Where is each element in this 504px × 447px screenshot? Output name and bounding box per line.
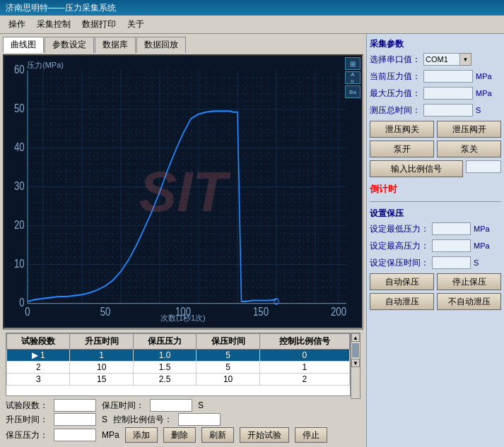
cell-segment: 2 [7,362,70,374]
total-time-unit: S [476,106,481,114]
chart-ba-icon[interactable]: Ba [345,85,361,98]
tab-playback[interactable]: 数据回放 [136,37,186,53]
control-ratio-input[interactable] [178,413,221,426]
auto-hold-button[interactable]: 自动保压 [370,273,434,290]
total-time-label: 测压总时间： [370,105,421,117]
ratio-btn-row: 输入比例信号 [370,160,501,177]
max-press-unit: MPa [476,89,492,97]
table-row[interactable]: ▶ 1 1 1.0 5 0 [7,350,350,362]
delete-button[interactable]: 删除 [163,427,196,443]
current-press-row: 当前压力值： MPa [370,70,501,83]
svg-text:0: 0 [19,295,24,309]
max-press-unit-2: MPa [474,242,490,250]
rise-press-label: 升压时间： [6,414,48,426]
tab-database[interactable]: 数据库 [95,37,136,53]
hold-time-unit-2: S [474,258,479,267]
auto-release-button[interactable]: 自动泄压 [370,293,434,310]
stop-hold-button[interactable]: 停止保压 [437,273,501,290]
menu-item-collection[interactable]: 采集控制 [31,17,76,32]
menu-item-about[interactable]: 关于 [122,17,150,32]
col-header-control-ratio: 控制比例信号 [259,334,349,350]
col-header-segment: 试验段数 [7,334,70,350]
rise-press-input[interactable] [54,413,96,426]
svg-text:50: 50 [100,305,111,318]
tab-bar: 曲线图 参数设定 数据库 数据回放 [3,37,363,53]
tab-params[interactable]: 参数设定 [45,37,94,53]
current-press-input[interactable] [423,70,473,83]
cell-arrow: ▶ 1 [7,350,70,362]
vertical-scrollbar[interactable]: ▲ ▼ [351,333,361,399]
cell-hold-time: 5 [197,350,259,362]
chart-svg: 0 10 20 30 40 50 60 0 50 100 150 200 [4,56,362,328]
max-press-input[interactable] [423,87,473,100]
current-press-unit: MPa [476,72,492,81]
cell-rise-time: 1 [70,350,133,362]
hold-time-input-2[interactable] [432,256,471,269]
refresh-button[interactable]: 刷新 [201,427,234,443]
ratio-value-input[interactable] [466,160,501,173]
hold-time-unit: S [198,400,204,410]
min-press-row: 设定最低压力： MPa [370,222,501,235]
chart-auto-icon[interactable]: Au [345,71,361,84]
min-press-label: 设定最低压力： [370,223,429,235]
port-row: 选择串口值： ▼ [370,53,501,66]
trial-segment-label: 试验段数： [6,400,48,412]
control-ratio-label: 控制比例信号： [113,414,172,426]
svg-text:20: 20 [14,217,25,231]
hold-press-input[interactable] [54,429,96,441]
pump-btn-row: 泵开 泵关 [370,141,501,157]
svg-text:30: 30 [14,179,25,192]
chart-icon-panel: ⊞ Au Ba [345,57,361,98]
min-press-input[interactable] [432,222,471,235]
form-row-3: 保压压力： MPa 添加 删除 刷新 开始试验 停止 [6,427,361,443]
svg-text:0: 0 [25,305,30,318]
tab-curve[interactable]: 曲线图 [3,37,44,53]
close-valve-button[interactable]: 泄压阀关 [370,121,434,138]
scroll-up-button[interactable]: ▲ [351,333,360,342]
svg-text:200: 200 [331,305,346,318]
auto-hold-btn-row: 自动保压 停止保压 [370,273,501,290]
hold-press-label: 保压压力： [6,429,48,441]
scroll-thumb[interactable] [352,343,359,357]
svg-text:10: 10 [14,256,25,270]
x-axis-title: 次数(1秒1次) [160,313,206,323]
port-dropdown-arrow[interactable]: ▼ [460,53,471,66]
cell-control: 0 [259,350,349,362]
open-valve-button[interactable]: 泄压阀开 [437,121,501,138]
menu-bar: 操作 采集控制 数据打印 关于 [0,16,504,34]
countdown-label: 倒计时 [370,183,501,196]
trial-segment-input[interactable] [54,399,96,412]
chart-grid-icon[interactable]: ⊞ [345,57,361,70]
start-test-button[interactable]: 开始试验 [240,427,289,443]
port-combo[interactable]: ▼ [423,53,471,66]
menu-item-operations[interactable]: 操作 [3,17,31,32]
left-panel: 曲线图 参数设定 数据库 数据回放 SIT 压力(MPa) [0,34,366,447]
data-table-wrapper[interactable]: 试验段数 升压时间 保压压力 保压时间 控制比例信号 ▶ 1 1 [6,333,351,396]
input-ratio-button[interactable]: 输入比例信号 [370,160,463,177]
cell-segment: 3 [7,374,70,386]
table-row[interactable]: 3 15 2.5 10 2 [7,374,350,386]
right-panel: 采集参数 选择串口值： ▼ 当前压力值： MPa 最大压力值： MPa 测压总时… [366,34,504,447]
pump-on-button[interactable]: 泵开 [370,141,434,157]
no-auto-release-button[interactable]: 不自动泄压 [437,293,501,310]
chart-container: SIT 压力(MPa) [3,54,363,329]
title-text: 济南思明特——压力采集系统 [6,2,116,14]
scroll-down-button[interactable]: ▼ [351,359,360,367]
collect-params-title: 采集参数 [370,38,501,50]
menu-item-print[interactable]: 数据打印 [76,17,122,32]
valve-btn-row: 泄压阀关 泄压阀开 [370,121,501,138]
hold-time-input[interactable] [150,399,192,412]
hold-time-label-2: 设定保压时间： [370,257,429,269]
data-table: 试验段数 升压时间 保压压力 保压时间 控制比例信号 ▶ 1 1 [6,333,350,386]
current-press-label: 当前压力值： [370,71,421,83]
table-row[interactable]: 2 10 1.5 5 1 [7,362,350,374]
bottom-panel: 试验段数 升压时间 保压压力 保压时间 控制比例信号 ▶ 1 1 [3,329,363,447]
total-time-input[interactable] [423,104,473,117]
port-input[interactable] [423,53,460,66]
pump-off-button[interactable]: 泵关 [437,141,501,157]
table-scroll-wrapper: 试验段数 升压时间 保压压力 保压时间 控制比例信号 ▶ 1 1 [6,333,361,399]
max-press-input-2[interactable] [432,239,471,252]
add-button[interactable]: 添加 [125,427,158,443]
stop-button[interactable]: 停止 [295,427,327,443]
hold-time-row-2: 设定保压时间： S [370,256,501,269]
